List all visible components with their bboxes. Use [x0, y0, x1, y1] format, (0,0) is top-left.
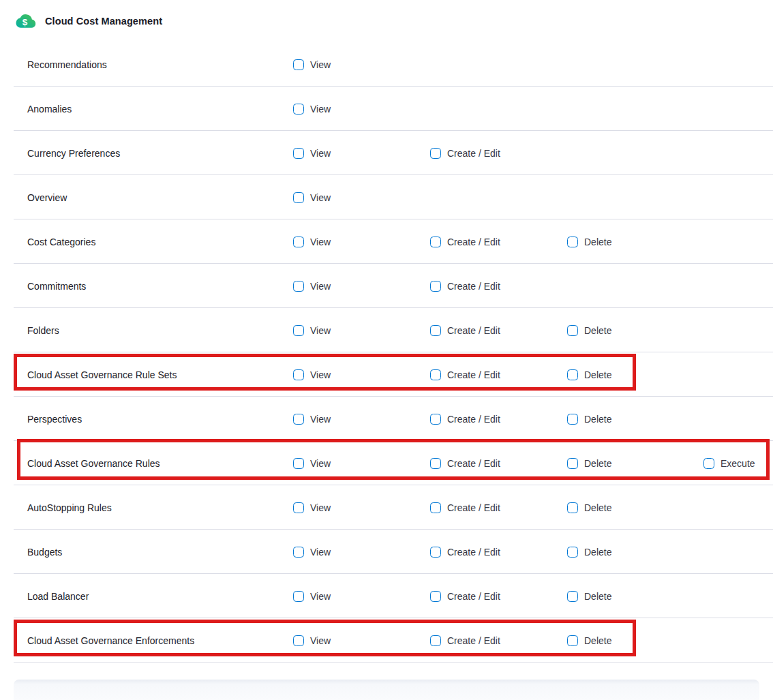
view-checkbox[interactable]: View — [293, 281, 331, 292]
view-checkbox[interactable]: View — [293, 192, 331, 203]
view-checkbox[interactable]: View — [293, 591, 331, 602]
view-checkbox[interactable]: View — [293, 502, 331, 513]
create-edit-checkbox-input[interactable] — [430, 325, 441, 336]
create-edit-checkbox[interactable]: Create / Edit — [430, 502, 500, 513]
create-edit-checkbox-input[interactable] — [430, 502, 441, 513]
view-checkbox-input[interactable] — [293, 104, 304, 115]
delete-checkbox-input[interactable] — [567, 414, 578, 425]
view-checkbox[interactable]: View — [293, 414, 331, 425]
view-checkbox-input[interactable] — [293, 325, 304, 336]
view-checkbox[interactable]: View — [293, 325, 331, 336]
view-checkbox-input[interactable] — [293, 414, 304, 425]
delete-checkbox-input[interactable] — [567, 325, 578, 336]
permission-row: Budgets View Create / Edit Delete — [0, 530, 773, 574]
permission-row: AutoStopping Rules View Create / Edit De… — [0, 485, 773, 530]
create-edit-checkbox-label: Create / Edit — [447, 148, 500, 159]
section-title: Cloud Cost Management — [45, 16, 162, 27]
view-checkbox[interactable]: View — [293, 59, 331, 70]
create-edit-checkbox-label: Create / Edit — [447, 458, 500, 469]
svg-text:$: $ — [22, 16, 28, 27]
delete-checkbox[interactable]: Delete — [567, 325, 611, 336]
delete-checkbox[interactable]: Delete — [567, 547, 611, 558]
delete-checkbox[interactable]: Delete — [567, 502, 611, 513]
delete-checkbox-input[interactable] — [567, 369, 578, 380]
resource-label: Anomalies — [27, 104, 72, 115]
view-checkbox[interactable]: View — [293, 547, 331, 558]
resource-label: Cloud Asset Governance Rule Sets — [27, 369, 177, 380]
view-checkbox-input[interactable] — [293, 148, 304, 159]
view-checkbox[interactable]: View — [293, 458, 331, 469]
permission-row: Cost Categories View Create / Edit Delet… — [0, 219, 773, 264]
delete-checkbox-input[interactable] — [567, 458, 578, 469]
delete-checkbox[interactable]: Delete — [567, 237, 611, 247]
create-edit-checkbox[interactable]: Create / Edit — [430, 369, 500, 380]
execute-checkbox-label: Execute — [721, 458, 755, 469]
delete-checkbox-input[interactable] — [567, 591, 578, 602]
view-checkbox-input[interactable] — [293, 635, 304, 646]
view-checkbox-input[interactable] — [293, 502, 304, 513]
delete-checkbox[interactable]: Delete — [567, 635, 611, 646]
delete-checkbox-input[interactable] — [567, 237, 578, 247]
create-edit-checkbox[interactable]: Create / Edit — [430, 414, 500, 425]
create-edit-checkbox[interactable]: Create / Edit — [430, 237, 500, 247]
permission-row: Overview View — [0, 175, 773, 219]
delete-checkbox[interactable]: Delete — [567, 458, 611, 469]
delete-checkbox[interactable]: Delete — [567, 414, 611, 425]
create-edit-checkbox-label: Create / Edit — [447, 635, 500, 646]
view-checkbox-input[interactable] — [293, 547, 304, 558]
create-edit-checkbox[interactable]: Create / Edit — [430, 635, 500, 646]
view-checkbox-input[interactable] — [293, 237, 304, 247]
view-checkbox-input[interactable] — [293, 591, 304, 602]
view-checkbox[interactable]: View — [293, 237, 331, 247]
view-checkbox-label: View — [310, 369, 331, 380]
view-checkbox-input[interactable] — [293, 369, 304, 380]
view-checkbox-label: View — [310, 192, 331, 203]
create-edit-checkbox-label: Create / Edit — [447, 237, 500, 247]
create-edit-checkbox-input[interactable] — [430, 148, 441, 159]
create-edit-checkbox[interactable]: Create / Edit — [430, 325, 500, 336]
create-edit-checkbox-input[interactable] — [430, 591, 441, 602]
create-edit-checkbox-label: Create / Edit — [447, 591, 500, 602]
create-edit-checkbox-input[interactable] — [430, 635, 441, 646]
resource-label: Recommendations — [27, 59, 107, 70]
create-edit-checkbox-input[interactable] — [430, 369, 441, 380]
delete-checkbox-label: Delete — [584, 458, 611, 469]
create-edit-checkbox-input[interactable] — [430, 547, 441, 558]
view-checkbox-input[interactable] — [293, 458, 304, 469]
permission-row: Commitments View Create / Edit — [0, 264, 773, 308]
create-edit-checkbox-input[interactable] — [430, 414, 441, 425]
resource-label: Overview — [27, 192, 67, 203]
create-edit-checkbox[interactable]: Create / Edit — [430, 148, 500, 159]
create-edit-checkbox[interactable]: Create / Edit — [430, 281, 500, 292]
resource-label: Currency Preferences — [27, 148, 120, 159]
delete-checkbox-input[interactable] — [567, 502, 578, 513]
view-checkbox-input[interactable] — [293, 59, 304, 70]
view-checkbox[interactable]: View — [293, 148, 331, 159]
permission-row: Folders View Create / Edit Delete — [0, 308, 773, 352]
delete-checkbox[interactable]: Delete — [567, 591, 611, 602]
delete-checkbox-input[interactable] — [567, 547, 578, 558]
permission-row: Cloud Asset Governance Rules View Create… — [0, 441, 773, 485]
execute-checkbox[interactable]: Execute — [703, 458, 755, 469]
view-checkbox[interactable]: View — [293, 635, 331, 646]
create-edit-checkbox-input[interactable] — [430, 281, 441, 292]
permission-row: Load Balancer View Create / Edit Delete — [0, 574, 773, 618]
view-checkbox[interactable]: View — [293, 369, 331, 380]
create-edit-checkbox-input[interactable] — [430, 458, 441, 469]
view-checkbox[interactable]: View — [293, 104, 331, 115]
delete-checkbox-input[interactable] — [567, 635, 578, 646]
execute-checkbox-input[interactable] — [703, 458, 714, 469]
create-edit-checkbox[interactable]: Create / Edit — [430, 591, 500, 602]
view-checkbox-input[interactable] — [293, 192, 304, 203]
create-edit-checkbox[interactable]: Create / Edit — [430, 458, 500, 469]
view-checkbox-label: View — [310, 502, 331, 513]
delete-checkbox[interactable]: Delete — [567, 369, 611, 380]
view-checkbox-label: View — [310, 104, 331, 115]
view-checkbox-label: View — [310, 591, 331, 602]
view-checkbox-input[interactable] — [293, 281, 304, 292]
permission-row: Perspectives View Create / Edit Delete — [0, 397, 773, 441]
create-edit-checkbox-input[interactable] — [430, 237, 441, 247]
next-section-strip — [14, 680, 759, 700]
create-edit-checkbox[interactable]: Create / Edit — [430, 547, 500, 558]
create-edit-checkbox-label: Create / Edit — [447, 369, 500, 380]
